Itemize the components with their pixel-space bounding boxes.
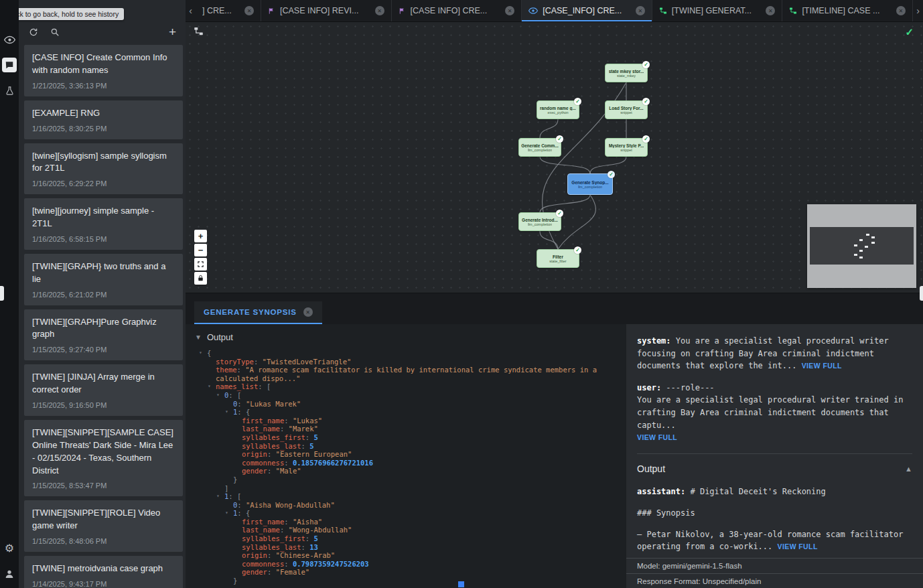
json-tree-line: ▾gender: "Female" xyxy=(190,568,622,577)
assistant-text: — Petar Nikolov, a 38-year-old romance s… xyxy=(637,528,912,553)
prompt-list-item[interactable]: [TWINE][GRAPH} two truths and a lie 1/16… xyxy=(24,254,183,305)
tab-close-icon[interactable]: ✕ xyxy=(244,6,254,15)
json-tree-line: ▾commonness: 0.7987359247526203 xyxy=(190,560,622,569)
prompt-list-item[interactable]: [TWINE][SNIPPET][ROLE] Video game writer… xyxy=(24,500,183,552)
editor-tab[interactable]: ] CRE... ✕ xyxy=(196,0,261,21)
assistant-heading: assistant: # Digital Deceit's Reckoning xyxy=(637,486,912,498)
prompt-list-item[interactable]: [TWINE][SNIPPET][SAMPLE CASE] Online Thr… xyxy=(24,420,183,496)
json-tree-line: ▾0: "Lukas Marek" xyxy=(190,400,622,409)
tab-close-icon[interactable]: ✕ xyxy=(375,6,384,15)
prompt-timestamp: 1/16/2025, 6:58:15 PM xyxy=(32,235,175,243)
node-success-check-icon: ✓ xyxy=(642,135,650,143)
editor-tab[interactable]: [CASE INFO] REVI... ✕ xyxy=(261,0,392,21)
collapse-arrow-icon[interactable]: ▾ xyxy=(225,408,228,417)
output-section-title: Output xyxy=(637,462,665,477)
tab-label: [CASE INFO] REVI... xyxy=(280,6,370,15)
bottom-panel: GENERATE SYNOPSIS ✕ ▼ Output ▾{▾storyTyp… xyxy=(186,293,923,588)
zoom-controls: + − xyxy=(194,230,207,285)
node-success-check-icon: ✓ xyxy=(556,135,563,143)
prompt-title: [CASE INFO] Create Common Info with rand… xyxy=(32,52,175,77)
editor-tab[interactable]: [TWINE] GENERAT... ✕ xyxy=(652,0,783,21)
graph-node[interactable]: Mystery Style P... snippet ✓ xyxy=(605,138,648,157)
assistant-view-full-link[interactable]: VIEW FULL xyxy=(778,542,818,550)
prompt-list-item[interactable]: [twine][syllogism] sample syllogism for … xyxy=(24,143,183,195)
tab-close-icon[interactable]: ✕ xyxy=(766,6,775,15)
refresh-icon[interactable] xyxy=(27,25,40,39)
collapse-arrow-icon[interactable]: ▾ xyxy=(216,391,220,400)
messages-scroll[interactable]: system: You are a specialist legal proce… xyxy=(626,324,923,558)
fit-view-button[interactable] xyxy=(194,258,207,271)
editor-tab[interactable]: [CASE_INFO] CRE... ✕ xyxy=(522,0,652,21)
node-subtitle: state_mkey xyxy=(617,74,636,78)
collapse-arrow-icon[interactable]: ▾ xyxy=(216,492,220,501)
right-edge-resize-handle[interactable] xyxy=(920,286,923,301)
collapse-arrow-icon[interactable]: ▾ xyxy=(199,349,202,358)
zoom-in-button[interactable]: + xyxy=(194,230,207,242)
prompt-list-item[interactable]: [TWINE][GRAPH]Pure Graphviz graph 1/15/2… xyxy=(24,309,183,361)
add-prompt-button[interactable]: + xyxy=(169,25,176,40)
prompt-list-item[interactable]: [CASE INFO] Create Common Info with rand… xyxy=(24,45,183,96)
settings-gear-icon[interactable]: ⚙ xyxy=(2,541,17,556)
tab-label: [TIMELINE] CASE ... xyxy=(802,6,892,15)
json-tree-line: ▾syllables_last: 5 xyxy=(190,442,622,451)
json-tree-line: ▾0: [ xyxy=(190,391,622,400)
chevron-down-icon[interactable]: ▼ xyxy=(195,334,202,341)
tab-label: [CASE INFO] CRE... xyxy=(411,6,501,15)
tab-close-icon[interactable]: ✕ xyxy=(896,6,906,15)
editor-tab[interactable]: [CASE INFO] CRE... ✕ xyxy=(392,0,522,21)
graph-canvas[interactable]: state mkey stor... state_mkey ✓ random n… xyxy=(186,22,923,293)
prompt-title: [TWINE] [JINJA] Array merge in correct o… xyxy=(32,371,175,396)
editor-tab[interactable]: [TIMELINE] CASE ... ✕ xyxy=(782,0,913,21)
flag-icon xyxy=(399,7,406,15)
json-tree-line: ▾origin: "Chinese-Arab" xyxy=(190,551,622,560)
tab-close-icon[interactable]: ✕ xyxy=(636,6,645,15)
prompt-list-item[interactable]: [EXAMPLE] RNG 1/16/2025, 8:30:25 PM xyxy=(24,100,183,139)
system-view-full-link[interactable]: VIEW FULL xyxy=(802,362,842,370)
bottom-tab-bar: GENERATE SYNOPSIS ✕ xyxy=(186,293,923,324)
graph-node[interactable]: state mkey stor... state_mkey ✓ xyxy=(605,64,648,82)
graph-node[interactable]: Generate Introd... llm_completion ✓ xyxy=(518,212,561,231)
tab-close-icon[interactable]: ✕ xyxy=(505,6,514,15)
output-json-panel: ▼ Output ▾{▾storyType: "TwistedLoveTrian… xyxy=(186,324,626,588)
collapse-arrow-icon[interactable]: ▾ xyxy=(208,382,211,391)
lock-button[interactable] xyxy=(194,272,207,285)
tabs-scroll-right-icon[interactable]: › xyxy=(913,0,923,21)
graph-node[interactable]: random name g... exec_python ✓ xyxy=(537,100,579,119)
prompt-timestamp: 1/15/2025, 9:27:40 PM xyxy=(32,346,175,354)
pipeline-icon[interactable] xyxy=(194,26,204,36)
node-title: Generate Synop... xyxy=(571,180,608,185)
search-icon[interactable] xyxy=(48,25,62,39)
bottom-resize-handle[interactable] xyxy=(458,581,464,587)
graph-node[interactable]: Generate Synop... llm_completion ✓ xyxy=(567,173,613,195)
user-message-line1: ---role--- xyxy=(661,383,714,392)
node-subtitle: llm_completion xyxy=(578,185,603,189)
assistant-subheading: ### Synopsis xyxy=(637,507,912,520)
model-name: Model: gemini/gemini-1.5-flash xyxy=(626,558,923,573)
bottom-tab-close-icon[interactable]: ✕ xyxy=(303,307,313,317)
user-view-full-link[interactable]: VIEW FULL xyxy=(637,433,677,441)
json-tree-line: ▾first_name: "Lukas" xyxy=(190,417,622,425)
tab-generate-synopsis[interactable]: GENERATE SYNOPSIS ✕ xyxy=(194,301,322,324)
collapse-arrow-icon[interactable]: ▾ xyxy=(225,509,228,518)
prompt-list-item[interactable]: [TWINE] [JINJA] Array merge in correct o… xyxy=(24,364,183,416)
flask-icon[interactable] xyxy=(2,83,17,98)
system-message-text: You are a specialist legal procedural wr… xyxy=(637,336,889,370)
tabs-scroll-left-icon[interactable]: ‹ xyxy=(186,0,196,21)
left-edge-resize-handle[interactable] xyxy=(0,286,4,301)
user-account-icon[interactable] xyxy=(2,567,17,581)
graph-node[interactable]: Generate Comm... llm_completion ✓ xyxy=(518,138,561,157)
chevron-up-icon[interactable]: ▲ xyxy=(905,463,912,475)
prompt-list-item[interactable]: [twine][journey] simple sample - 2T1L 1/… xyxy=(24,198,183,250)
zoom-out-button[interactable]: − xyxy=(194,244,207,256)
json-tree-line: ▾1: { xyxy=(190,509,622,518)
graph-node[interactable]: Load Story For... snippet ✓ xyxy=(605,100,648,119)
prompts-panel-icon[interactable] xyxy=(2,58,17,72)
eye-view-icon[interactable] xyxy=(2,32,17,47)
prompt-list-item[interactable]: [TWINE] metroidvania case graph 1/14/202… xyxy=(24,556,183,588)
minimap[interactable] xyxy=(807,204,916,288)
tab-label: [CASE_INFO] CRE... xyxy=(543,6,631,15)
json-tree-line: ▾] xyxy=(190,484,622,493)
graph-node[interactable]: Filter state_filter ✓ xyxy=(537,249,579,268)
user-role-label: user: xyxy=(637,383,661,392)
json-tree-line: ▾0: "Aisha Wong-Abdullah" xyxy=(190,501,622,510)
